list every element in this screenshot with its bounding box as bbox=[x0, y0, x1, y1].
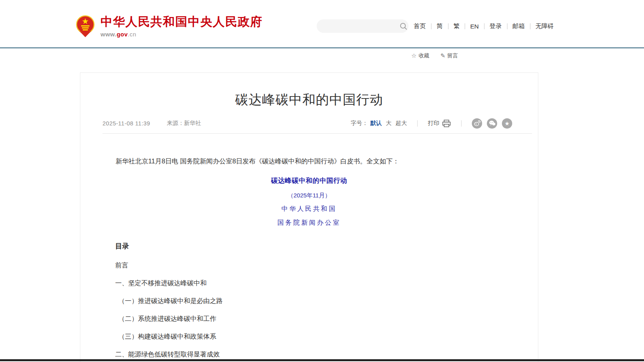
weibo-share-button[interactable] bbox=[472, 118, 482, 129]
nav-separator bbox=[448, 23, 448, 29]
intro-paragraph: 新华社北京11月8日电 国务院新闻办公室8日发布《碳达峰碳中和的中国行动》白皮书… bbox=[103, 156, 516, 167]
top-nav: 首页 简 繁 EN 登录 邮箱 无障碍 bbox=[414, 22, 554, 30]
wechat-icon bbox=[489, 120, 496, 126]
national-emblem-icon bbox=[76, 15, 95, 37]
source: 来源：新华社 bbox=[167, 119, 201, 127]
document-issuer-line2: 国务院新闻办公室 bbox=[103, 219, 516, 227]
site-header: 中华人民共和国中央人民政府 www.gov.cn 首页 简 繁 EN 登录 邮箱… bbox=[0, 0, 644, 48]
printer-icon bbox=[442, 119, 451, 127]
quick-actions: ☆ 收藏 ✎ 留言 bbox=[411, 52, 458, 59]
nav-separator bbox=[507, 23, 507, 29]
nav-english[interactable]: EN bbox=[470, 23, 479, 30]
font-size-label: 字号： bbox=[351, 119, 368, 127]
site-url-prefix: www. bbox=[101, 31, 117, 38]
message-button[interactable]: ✎ 留言 bbox=[440, 52, 458, 59]
pencil-icon: ✎ bbox=[440, 52, 445, 59]
more-share-button[interactable]: ★ bbox=[502, 118, 512, 129]
article-body: 新华社北京11月8日电 国务院新闻办公室8日发布《碳达峰碳中和的中国行动》白皮书… bbox=[103, 156, 516, 362]
weibo-icon bbox=[474, 120, 481, 126]
article-tools: 字号： 默认 大 超大 打印 bbox=[351, 118, 512, 129]
site-url-highlight: gov bbox=[117, 31, 128, 38]
site-url-suffix: .cn bbox=[128, 31, 137, 38]
share-star-icon: ★ bbox=[505, 121, 510, 126]
search-button[interactable] bbox=[399, 19, 408, 33]
publish-date: 2025-11-08 11:39 bbox=[103, 120, 150, 127]
site-title: 中华人民共和国中央人民政府 bbox=[101, 15, 263, 29]
search-icon bbox=[400, 23, 407, 30]
document-date: （2025年11月） bbox=[103, 192, 516, 199]
nav-separator bbox=[465, 23, 465, 29]
print-label: 打印 bbox=[428, 119, 439, 127]
font-size-large-button[interactable]: 大 bbox=[386, 119, 392, 127]
table-of-contents: 前言 一、坚定不移推进碳达峰碳中和 （一）推进碳达峰碳中和是必由之路 （二）系统… bbox=[103, 251, 516, 362]
toc-item: （二）系统推进碳达峰碳中和工作 bbox=[118, 304, 516, 322]
document-title: 碳达峰碳中和的中国行动 bbox=[103, 176, 516, 185]
nav-accessibility[interactable]: 无障碍 bbox=[536, 22, 554, 30]
favorite-button[interactable]: ☆ 收藏 bbox=[411, 52, 429, 59]
toc-heading: 目录 bbox=[115, 241, 516, 251]
nav-mail[interactable]: 邮箱 bbox=[513, 22, 525, 30]
document-issuer-line1: 中华人民共和国 bbox=[103, 205, 516, 213]
star-icon: ☆ bbox=[411, 52, 416, 59]
document-heading: 碳达峰碳中和的中国行动 （2025年11月） 中华人民共和国 国务院新闻办公室 bbox=[103, 176, 516, 227]
favorite-label: 收藏 bbox=[418, 52, 429, 59]
site-url: www.gov.cn bbox=[101, 31, 263, 38]
toc-item: （三）构建碳达峰碳中和政策体系 bbox=[118, 322, 516, 340]
font-size-xlarge-button[interactable]: 超大 bbox=[395, 119, 407, 127]
nav-traditional[interactable]: 繁 bbox=[454, 22, 460, 30]
message-label: 留言 bbox=[447, 52, 458, 59]
tools-separator bbox=[417, 120, 418, 127]
toc-item: （一）推进碳达峰碳中和是必由之路 bbox=[118, 286, 516, 304]
article-title: 碳达峰碳中和的中国行动 bbox=[80, 91, 538, 109]
site-logo[interactable]: 中华人民共和国中央人民政府 www.gov.cn bbox=[76, 15, 263, 38]
search-input[interactable] bbox=[317, 19, 399, 33]
search-box bbox=[317, 19, 408, 33]
wechat-share-button[interactable] bbox=[487, 118, 497, 129]
article-card: 碳达峰碳中和的中国行动 2025-11-08 11:39 来源：新华社 字号： … bbox=[80, 72, 538, 362]
nav-separator bbox=[530, 23, 530, 29]
window-bottom-edge bbox=[0, 359, 644, 361]
tools-separator bbox=[461, 120, 462, 127]
share-buttons: ★ bbox=[472, 118, 512, 129]
nav-home[interactable]: 首页 bbox=[414, 22, 426, 30]
nav-login[interactable]: 登录 bbox=[490, 22, 502, 30]
nav-separator bbox=[431, 23, 431, 29]
toc-item: 二、能源绿色低碳转型取得显著成效 bbox=[115, 340, 516, 358]
source-value[interactable]: 新华社 bbox=[184, 120, 201, 126]
nav-separator bbox=[484, 23, 484, 29]
source-label: 来源： bbox=[167, 120, 184, 126]
article-meta: 2025-11-08 11:39 来源：新华社 字号： 默认 大 超大 打印 bbox=[103, 118, 532, 134]
nav-simplified[interactable]: 简 bbox=[437, 22, 443, 30]
print-button[interactable]: 打印 bbox=[428, 119, 451, 127]
toc-item: 前言 bbox=[115, 251, 516, 269]
toc-item: 一、坚定不移推进碳达峰碳中和 bbox=[115, 269, 516, 286]
font-size-default-button[interactable]: 默认 bbox=[370, 119, 382, 127]
